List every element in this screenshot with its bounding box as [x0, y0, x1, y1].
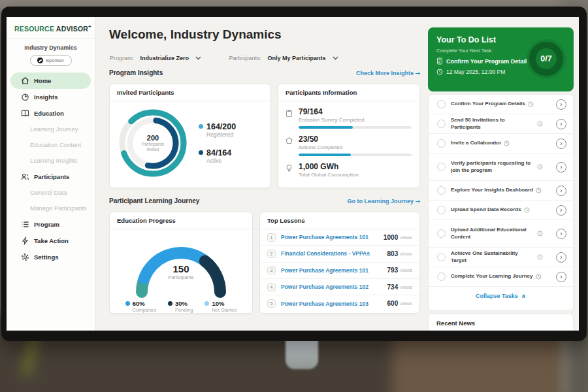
education-gauge-chart: 150 Participants — [125, 235, 237, 295]
clipboard-icon — [285, 109, 293, 118]
sponsor-badge: Sponsor — [30, 55, 72, 66]
sidebar-item-label: Take Action — [34, 237, 69, 244]
task-checkbox[interactable] — [437, 186, 446, 195]
arrow-right-icon: → — [415, 198, 420, 204]
task-open-button[interactable]: › — [556, 252, 566, 263]
clock-icon — [504, 140, 510, 146]
sidebar-item-home[interactable]: Home — [10, 73, 91, 89]
task-checkbox[interactable] — [437, 272, 446, 281]
sidebar-item-education[interactable]: Education — [7, 105, 95, 122]
task-checkbox[interactable] — [437, 253, 446, 261]
task-row-upload-spend-data[interactable]: Upload Spend Data Records › — [429, 201, 573, 220]
document-icon — [436, 57, 443, 65]
lesson-row: 3 Power Purchase Agreements 101 793 view… — [260, 263, 419, 279]
sidebar-item-learning-journey[interactable]: Learning Journey — [7, 122, 95, 137]
task-checkbox[interactable] — [437, 120, 446, 128]
filters-bar: Program: Industrialize Zero Participants… — [110, 51, 338, 63]
top-lessons-card: Top Lessons 1 Power Purchase Agreements … — [259, 212, 420, 314]
scene: RESOURCE ADVISOR+ Industry Dynamics Spon… — [0, 0, 588, 392]
lesson-link[interactable]: Power Purchase Agreements 101 — [281, 267, 387, 274]
task-row-complete-learning-journey[interactable]: Complete Your Learning Journey › — [429, 267, 573, 287]
task-checkbox[interactable] — [437, 139, 446, 148]
views-count: 600 — [387, 300, 399, 307]
task-checkbox[interactable] — [437, 229, 446, 238]
card-title: Top Lessons — [260, 212, 419, 229]
views-word: views — [400, 301, 412, 306]
lesson-link[interactable]: Power Purchase Agreements 102 — [281, 284, 387, 290]
lesson-link[interactable]: Financial Considerations - VPPAs — [281, 250, 387, 257]
recent-news-card: Recent News — [428, 314, 574, 331]
task-open-button[interactable]: › — [556, 162, 566, 172]
program-insights-heading: Program Insights — [109, 69, 163, 76]
lesson-row: 5 Power Purchase Agreements 103 600 view… — [260, 295, 419, 312]
task-row-confirm-program[interactable]: Confirm Your Program Details › — [429, 95, 573, 114]
todo-due-date: 12 May 2025, 12:00 PM — [446, 69, 505, 75]
gauge-center-label: Participants — [125, 274, 237, 280]
sidebar-item-manage-participants[interactable]: Manage Participants — [7, 201, 95, 216]
views-word: views — [400, 284, 412, 290]
task-open-button[interactable]: › — [556, 99, 566, 110]
insights-icon — [21, 93, 29, 101]
sidebar-item-education-content[interactable]: Education Content — [7, 137, 95, 153]
legend-dot — [199, 150, 203, 155]
sidebar-item-participants[interactable]: Participants — [7, 169, 95, 185]
sponsor-icon — [37, 57, 43, 63]
app-logo[interactable]: RESOURCE ADVISOR+ — [7, 17, 95, 39]
book-icon — [21, 109, 29, 118]
task-row-explore-insights[interactable]: Explore Your Insights Dashboard › — [429, 181, 573, 201]
task-open-button[interactable]: › — [556, 229, 566, 239]
rank-chip: 4 — [267, 283, 276, 291]
todo-next-task: Confirm Your Program Details — [446, 58, 530, 65]
sidebar-item-label: Insights — [34, 93, 57, 101]
chevron-down-icon — [333, 56, 338, 60]
lesson-row: 1 Power Purchase Agreements 101 1000 vie… — [260, 229, 419, 246]
sidebar-item-program[interactable]: Program — [7, 216, 95, 233]
clock-icon — [524, 207, 530, 213]
lesson-link[interactable]: Power Purchase Agreements 101 — [281, 234, 384, 240]
sidebar-item-take-action[interactable]: Take Action — [7, 233, 95, 249]
legend-not-started: 10% Not Started — [204, 300, 237, 313]
task-open-button[interactable]: › — [556, 272, 566, 282]
sidebar-item-settings[interactable]: Settings — [7, 249, 95, 265]
people-icon — [21, 172, 29, 181]
donut-center-label: Participants Invited — [136, 142, 170, 153]
task-open-button[interactable]: › — [556, 119, 566, 129]
views-word: views — [400, 235, 412, 240]
task-row-send-invitations[interactable]: Send 50 Invitations to Participants › — [429, 114, 573, 134]
lesson-link[interactable]: Power Purchase Agreements 103 — [281, 301, 387, 307]
program-filter-label: Program: — [110, 55, 134, 61]
task-row-verify-participants[interactable]: Verify participants requesting to join t… — [429, 154, 573, 181]
go-to-learning-journey-link[interactable]: Go to Learning Journey → — [347, 198, 420, 204]
sidebar-item-general-data[interactable]: General Data — [7, 185, 95, 201]
sidebar-item-insights[interactable]: Insights — [7, 89, 95, 105]
views-count: 734 — [387, 284, 399, 291]
clock-icon — [537, 231, 543, 237]
task-open-button[interactable]: › — [556, 205, 566, 216]
legend-active: 84/164 Active — [199, 148, 236, 164]
task-row-achieve-target[interactable]: Achieve One Sustainability Target › — [429, 248, 573, 267]
brand-secondary: ADVISOR — [56, 25, 88, 33]
task-row-upload-educational-content[interactable]: Upload Additional Educational Content › — [429, 220, 573, 248]
task-checkbox[interactable] — [437, 163, 446, 171]
lesson-row: 4 Power Purchase Agreements 102 734 view… — [260, 279, 419, 295]
todo-count: 0/7 — [525, 38, 567, 80]
task-checkbox[interactable] — [437, 100, 446, 108]
sidebar-item-learning-insights[interactable]: Learning Insights — [7, 153, 95, 169]
brand-plus: + — [88, 24, 91, 29]
sidebar: RESOURCE ADVISOR+ Industry Dynamics Spon… — [7, 17, 95, 331]
sidebar-item-label: Participants — [34, 173, 69, 180]
action-icon — [21, 237, 29, 245]
card-title: Education Progress — [110, 212, 252, 229]
chevron-down-icon — [195, 56, 201, 60]
check-more-insights-link[interactable]: Check More Insights → — [356, 70, 420, 76]
participants-filter-value: Only My Participants — [267, 55, 325, 61]
views-word: views — [400, 251, 412, 257]
learning-journey-heading: Participant Learning Journey — [109, 197, 199, 204]
task-row-invite-collaborator[interactable]: Invite a Collaborator › — [429, 134, 573, 154]
participants-filter[interactable]: Participants: Only My Participants — [229, 51, 338, 63]
collapse-tasks-link[interactable]: Collapse Tasks ∧ — [429, 287, 573, 305]
task-open-button[interactable]: › — [556, 139, 566, 149]
task-checkbox[interactable] — [437, 206, 446, 214]
task-open-button[interactable]: › — [556, 186, 566, 196]
program-filter[interactable]: Program: Industrialize Zero — [110, 51, 201, 63]
